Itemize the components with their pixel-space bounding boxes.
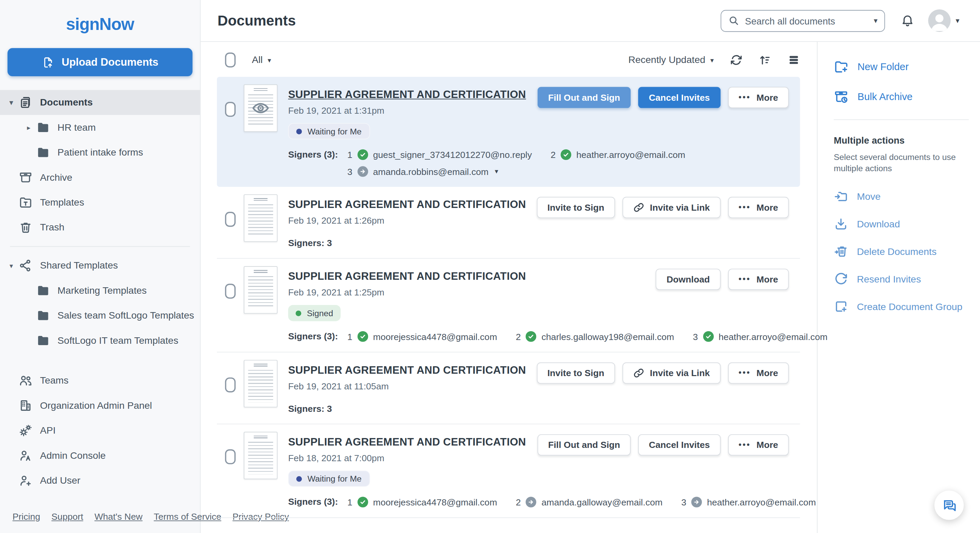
document-checkbox[interactable] [225,102,235,117]
more-button[interactable]: •••More [728,362,789,384]
sidebar-item-admin-console[interactable]: Admin Console [0,443,200,468]
download-button[interactable]: Download [656,268,721,290]
signer-lines: 1moorejessica4478@gmail.com2amanda.gallo… [347,497,816,508]
header: Documents ▾ ▾ [200,0,980,42]
sidebar-item-templates[interactable]: Templates [0,190,200,215]
document-thumbnail[interactable] [244,432,277,479]
account-menu-caret[interactable]: ▾ [956,16,959,25]
document-row: SUPPLIER AGREEMENT AND CERTIFICATIONFeb … [217,259,800,352]
delete-documents-button[interactable]: Delete Documents [834,244,969,259]
panel-primary-actions: New FolderBulk Archive [834,59,969,104]
sidebar-item-softlogo-it-team-templates[interactable]: SoftLogo IT team Templates [0,328,200,353]
sidebar-item-shared-templates[interactable]: ▾Shared Templates [0,253,200,278]
refresh-icon[interactable] [730,54,743,67]
signer-number: 3 [693,332,698,341]
search-dropdown-caret[interactable]: ▾ [874,16,878,25]
invite-via-link-button[interactable]: Invite via Link [622,197,721,218]
folder-icon [36,309,50,322]
document-row: SUPPLIER AGREEMENT AND CERTIFICATIONFeb … [217,187,800,259]
invite-to-sign-button[interactable]: Invite to Sign [537,197,615,218]
status-badge-label: Waiting for Me [307,474,362,484]
search-box[interactable]: ▾ [721,10,885,31]
shared-templates-icon [19,259,32,272]
caret-down-icon[interactable]: ▾ [8,262,15,270]
cancel-invites-button[interactable]: Cancel Invites [638,434,720,455]
document-checkbox[interactable] [225,378,235,392]
sidebar-item-trash[interactable]: Trash [0,215,200,240]
upload-documents-button[interactable]: Upload Documents [8,48,192,76]
fill-out-and-sign-button[interactable]: Fill Out and Sign [538,434,631,455]
footer-link-support[interactable]: Support [51,512,83,522]
signer-number: 2 [550,150,556,160]
sidebar-item-hr-team[interactable]: ▸HR team [0,115,200,140]
filter-label: All [252,54,263,66]
select-all-checkbox[interactable] [225,52,235,67]
notifications-bell-icon[interactable] [900,14,914,27]
search-input[interactable] [745,15,874,26]
pending-arrow-icon [691,497,702,508]
document-thumbnail[interactable] [244,194,277,242]
list-density-icon[interactable] [788,54,800,67]
more-button[interactable]: •••More [728,197,789,218]
fill-out-and-sign-button[interactable]: Fill Out and Sign [538,87,631,108]
signer-email: amanda.galloway@email.com [541,497,662,507]
sidebar-item-sales-team-softlogo-templates[interactable]: Sales team SoftLogo Templates [0,303,200,328]
cancel-invites-button[interactable]: Cancel Invites [638,87,720,108]
caret-down-icon[interactable]: ▾ [8,98,15,106]
sidebar-item-add-user[interactable]: Add User [0,468,200,493]
signers-summary: Signers: 3 [288,404,789,414]
toolbar-right: Recently Updated ▾ [628,54,800,67]
sidebar-item-archive[interactable]: Archive [0,165,200,190]
thumbnail-text-lines [248,276,273,308]
invite-via-link-button[interactable]: Invite via Link [622,362,721,384]
signer-dropdown-caret[interactable]: ▾ [495,167,498,176]
document-thumbnail[interactable] [244,84,277,132]
button-label: More [757,203,778,213]
button-label: Fill Out and Sign [548,93,620,102]
more-button[interactable]: •••More [728,434,789,455]
sidebar-item-patient-intake-forms[interactable]: Patient intake forms [0,140,200,165]
move-button[interactable]: Move [834,189,969,203]
chat-button[interactable] [934,490,964,520]
thumbnail-heading [254,198,267,202]
download-button[interactable]: Download [834,217,969,231]
create-document-group-button[interactable]: Create Document Group [834,299,969,314]
button-label: Cancel Invites [649,440,710,450]
eye-icon [245,85,277,132]
document-checkbox[interactable] [225,212,235,227]
status-dot [296,128,302,134]
sidebar-item-label: API [40,425,56,436]
footer-link-pricing[interactable]: Pricing [13,512,40,522]
more-button[interactable]: •••More [728,87,789,108]
signer-line: 1moorejessica4478@gmail.com2charles.gall… [347,331,827,342]
sidebar-item-api[interactable]: API [0,418,200,443]
signer: 1moorejessica4478@gmail.com [347,331,497,342]
document-checkbox[interactable] [225,284,235,298]
sidebar-item-organization-admin-panel[interactable]: Organization Admin Panel [0,393,200,418]
signer-number: 3 [347,167,352,176]
signer-line: 3amanda.robbins@email.com▾ [347,166,685,177]
sidebar-item-teams[interactable]: Teams [0,368,200,393]
document-checkbox[interactable] [225,449,235,464]
bulk-archive-button[interactable]: Bulk Archive [834,89,969,105]
admin-console-icon [19,449,32,462]
folder-icon [36,284,50,297]
sidebar-item-marketing-templates[interactable]: Marketing Templates [0,278,200,303]
signer: 2heather.arroyo@email.com [550,149,685,160]
sidebar-item-label: Add User [40,475,80,486]
sort-order-icon[interactable] [759,54,771,67]
document-actions: Invite to SignInvite via Link•••More [537,197,789,218]
more-button[interactable]: •••More [728,268,789,290]
document-row: SUPPLIER AGREEMENT AND CERTIFICATIONFeb … [217,77,800,187]
new-folder-button[interactable]: New Folder [834,59,969,74]
sidebar-item-documents[interactable]: ▾Documents [0,90,200,115]
sort-dropdown[interactable]: Recently Updated ▾ [628,54,714,66]
chevron-right-icon[interactable]: ▸ [25,124,32,132]
footer-link-what-s-new[interactable]: What's New [94,512,142,522]
document-thumbnail[interactable] [244,360,277,408]
invite-to-sign-button[interactable]: Invite to Sign [537,362,615,384]
document-thumbnail[interactable] [244,266,277,314]
resend-invites-button[interactable]: Resend Invites [834,272,969,286]
filter-dropdown[interactable]: All ▾ [252,54,271,66]
avatar[interactable] [928,10,951,32]
